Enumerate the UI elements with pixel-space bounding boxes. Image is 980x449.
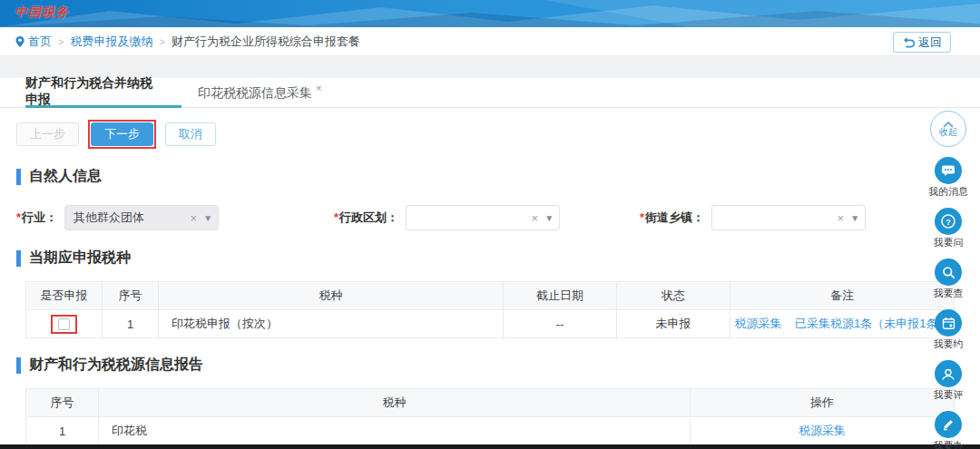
col-deadline: 截止日期 [504, 282, 617, 310]
previous-step-button[interactable]: 上一步 [16, 122, 79, 146]
ask-button[interactable]: ? [935, 208, 962, 235]
section-person-info-title: 自然人信息 [29, 167, 102, 186]
table-row: 1 印花税 税源采集 [26, 417, 955, 445]
appointment-button[interactable] [935, 309, 962, 337]
required-mark: * [640, 210, 644, 224]
annotation-box-checkbox [51, 315, 77, 334]
section-accent-bar [16, 250, 21, 267]
region-select[interactable]: × ▼ [406, 205, 560, 230]
section-person-info-header: 自然人信息 [16, 167, 102, 186]
current-taxes-table: 是否申报 序号 税种 截止日期 状态 备注 1 印花税申报（按次） -- 未申报… [25, 281, 955, 338]
chevron-down-icon[interactable]: ▼ [203, 213, 212, 223]
township-field-group: *街道乡镇： × ▼ [640, 205, 866, 230]
col-remark: 备注 [730, 282, 955, 310]
back-arrow-icon [902, 36, 916, 48]
window-bottom-edge [0, 444, 980, 449]
breadcrumb-separator: > [58, 36, 64, 47]
action-cell: 税源采集 [691, 417, 955, 445]
breadcrumb-current: 财产行为税企业所得税综合申报套餐 [172, 34, 360, 50]
declare-cell [26, 310, 103, 338]
top-banner: 中国税务 [0, 0, 980, 27]
annotation-box-next: 下一步 [88, 120, 156, 149]
tab-stamp-tax-source[interactable]: 印花税税源信息采集 × [198, 78, 321, 108]
tax-source-collect-link[interactable]: 税源采集 [735, 317, 782, 330]
table-row: 1 印花税申报（按次） -- 未申报 税源采集 已采集税源1条（未申报1条） [26, 310, 955, 338]
query-label: 我要查 [934, 287, 964, 299]
region-field-group: *行政区划： × ▼ [334, 205, 560, 230]
table-header-row: 是否申报 序号 税种 截止日期 状态 备注 [26, 282, 955, 310]
col-status: 状态 [617, 282, 730, 310]
pencil-icon [942, 418, 955, 431]
col-tax: 税种 [99, 389, 691, 417]
message-icon [941, 164, 956, 177]
query-button[interactable] [935, 259, 962, 286]
my-messages-label: 我的消息 [928, 185, 968, 198]
tax-name-cell: 印花税申报（按次） [159, 310, 504, 338]
required-mark: * [334, 210, 338, 224]
status-cell: 未申报 [617, 310, 730, 338]
calendar-icon [942, 317, 956, 330]
breadcrumb: 首页 > 税费申报及缴纳 > 财产行为税企业所得税综合申报套餐 [15, 27, 360, 56]
chevron-down-icon[interactable]: ▼ [850, 213, 859, 223]
location-pin-icon [15, 35, 25, 48]
evaluate-label: 我要评 [934, 388, 964, 401]
industry-select[interactable]: 其他群众团体 × ▼ [64, 205, 219, 230]
industry-value: 其他群众团体 [74, 210, 191, 226]
required-mark: * [16, 210, 21, 224]
industry-field-group: *行业： 其他群众团体 × ▼ [16, 205, 219, 230]
source-report-table: 序号 税种 操作 1 印花税 税源采集 [25, 388, 955, 445]
breadcrumb-level2[interactable]: 税费申报及缴纳 [70, 34, 152, 50]
step-toolbar: 上一步 下一步 取消 [16, 120, 216, 149]
breadcrumb-home[interactable]: 首页 [15, 34, 52, 50]
collapse-label: 收起 [939, 128, 957, 137]
section-current-taxes-header: 当期应申报税种 [16, 249, 131, 268]
breadcrumb-bar: 首页 > 税费申报及缴纳 > 财产行为税企业所得税综合申报套餐 返回 [0, 27, 980, 56]
handle-button[interactable] [935, 411, 962, 438]
tax-name-cell: 印花税 [99, 417, 691, 445]
clear-icon[interactable]: × [191, 211, 198, 225]
deadline-cell: -- [504, 310, 617, 338]
my-messages-button[interactable] [935, 157, 962, 184]
tab-close-icon[interactable]: × [316, 83, 321, 93]
section-source-report-header: 财产和行为税税源信息报告 [16, 356, 203, 375]
tax-portal-page: 中国税务 首页 > 税费申报及缴纳 > 财产行为税企业所得税综合申报套餐 返回 [0, 0, 980, 449]
return-button[interactable]: 返回 [893, 32, 951, 53]
ask-label: 我要问 [934, 236, 964, 249]
appointment-label: 我要约 [934, 337, 964, 350]
collapse-button[interactable]: 收起 [930, 111, 966, 147]
region-label: *行政区划： [334, 210, 398, 226]
col-declare: 是否申报 [26, 282, 103, 310]
section-current-taxes-title: 当期应申报税种 [29, 249, 131, 268]
remark-cell: 税源采集 已采集税源1条（未申报1条） [730, 310, 955, 338]
main-content: 财产和行为税合并纳税申报 印花税税源信息采集 × 上一步 下一步 取消 自然人信… [0, 78, 980, 444]
chevron-down-icon[interactable]: ▼ [544, 213, 554, 223]
mountain-artwork [0, 0, 980, 27]
seq-cell: 1 [26, 417, 99, 445]
cancel-button[interactable]: 取消 [165, 122, 216, 146]
tab-consolidated-declaration[interactable]: 财产和行为税合并纳税申报 [25, 78, 181, 108]
industry-label: *行业： [16, 210, 57, 226]
seq-cell: 1 [103, 310, 159, 338]
next-step-button[interactable]: 下一步 [91, 122, 153, 146]
china-tax-logo: 中国税务 [15, 5, 69, 21]
col-tax: 税种 [159, 282, 504, 310]
table-header-row: 序号 税种 操作 [26, 389, 955, 417]
handle-label: 我要办 [934, 439, 964, 449]
col-seq: 序号 [103, 282, 159, 310]
clear-icon[interactable]: × [532, 211, 539, 225]
declare-checkbox[interactable] [58, 318, 70, 330]
col-seq: 序号 [26, 389, 99, 417]
tax-source-collect-link[interactable]: 税源采集 [799, 424, 846, 437]
township-label: *街道乡镇： [640, 210, 704, 226]
breadcrumb-separator: > [159, 36, 164, 47]
award-icon [941, 367, 956, 381]
evaluate-button[interactable] [935, 360, 962, 387]
tab-stamp-tax-source-label: 印花税税源信息采集 [198, 85, 312, 102]
section-source-report-title: 财产和行为税税源信息报告 [29, 356, 203, 375]
question-icon: ? [941, 214, 956, 229]
tab-strip: 财产和行为税合并纳税申报 印花税税源信息采集 × [0, 78, 980, 108]
breadcrumb-home-label: 首页 [28, 34, 52, 50]
township-select[interactable]: × ▼ [711, 205, 866, 230]
svg-text:?: ? [946, 218, 951, 227]
clear-icon[interactable]: × [838, 211, 845, 225]
